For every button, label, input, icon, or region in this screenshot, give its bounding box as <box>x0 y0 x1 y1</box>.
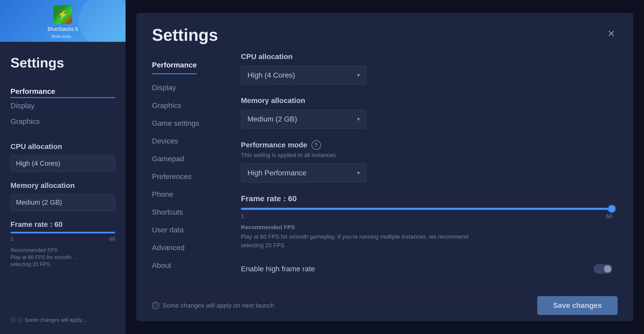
dialog-nav-gamepad[interactable]: Gamepad <box>152 151 225 167</box>
dialog-overlay: Settings ✕ Performance Display Graphics … <box>126 0 644 334</box>
cpu-allocation-section: CPU allocation High (4 Cores) ▾ <box>241 53 612 85</box>
performance-mode-label: Performance mode ? <box>241 140 612 150</box>
close-button[interactable]: ✕ <box>605 27 618 40</box>
dialog-nav-advanced[interactable]: Advanced <box>152 239 225 256</box>
left-bottom-note: ⓘ ⓘ Some changes will apply... <box>10 316 86 324</box>
slider-fill <box>241 208 612 210</box>
cpu-allocation-label: CPU allocation <box>241 53 612 61</box>
cpu-allocation-value: High (4 Cores) <box>247 71 295 79</box>
enable-hfr-row: Enable high frame rate <box>241 259 612 274</box>
dialog-title: Settings <box>152 25 218 45</box>
app-name: BlueStacks 5 <box>48 26 78 32</box>
footer-note-text: Some changes will apply on next launch <box>162 302 274 309</box>
performance-mode-dropdown[interactable]: High Performance ▾ <box>241 163 366 183</box>
dialog-nav-preferences[interactable]: Preferences <box>152 168 225 185</box>
memory-allocation-dropdown[interactable]: Medium (2 GB) ▾ <box>241 110 366 129</box>
left-slider-track[interactable] <box>10 232 115 233</box>
rec-fps-text: Play at 60 FPS for smooth gameplay. If y… <box>241 232 612 241</box>
app-icon-inner: ⚡ <box>53 5 72 24</box>
left-settings-panel: Settings Performance Display Graphics CP… <box>0 42 126 334</box>
left-slider-labels: 1 60 <box>10 236 115 242</box>
slider-min-label: 1 <box>241 213 244 220</box>
left-nav-graphics[interactable]: Graphics <box>10 114 115 129</box>
left-slider-max: 60 <box>109 236 115 242</box>
frame-rate-section: Frame rate : 60 1 60 Recommended FPS <box>241 194 612 274</box>
left-cpu-dropdown[interactable]: High (4 Cores) <box>10 155 115 172</box>
app-icon: ⚡ <box>53 5 72 24</box>
left-settings-title: Settings <box>10 55 115 71</box>
dialog-nav-display[interactable]: Display <box>152 79 225 96</box>
rec-fps-area: Recommended FPS Play at 60 FPS for smoot… <box>241 224 612 250</box>
dialog-nav-graphics[interactable]: Graphics <box>152 97 225 114</box>
dialog-nav-about[interactable]: About <box>152 257 225 274</box>
frame-rate-label: Frame rate : 60 <box>241 194 612 203</box>
performance-mode-help-icon[interactable]: ? <box>312 140 321 150</box>
frame-rate-slider[interactable] <box>241 208 612 210</box>
left-background: ⚡ BlueStacks 5 Multi-Insta... Settings P… <box>0 0 126 334</box>
dialog-nav-game-settings[interactable]: Game settings <box>152 115 225 132</box>
dialog-nav-user-data[interactable]: User data <box>152 222 225 238</box>
left-content: CPU allocation High (4 Cores) Memory all… <box>10 142 115 267</box>
footer-info-icon: ⓘ <box>152 302 159 309</box>
dialog-nav-devices[interactable]: Devices <box>152 133 225 149</box>
left-nav-display[interactable]: Display <box>10 98 115 114</box>
dialog-body: Performance Display Graphics Game settin… <box>136 50 633 290</box>
enable-hfr-label: Enable high frame rate <box>241 265 315 273</box>
footer-note: ⓘ Some changes will apply on next launch <box>152 302 274 309</box>
performance-mode-label-text: Performance mode <box>241 141 307 149</box>
cpu-dropdown-arrow: ▾ <box>357 72 360 79</box>
left-slider-min: 1 <box>10 236 13 242</box>
memory-allocation-value: Medium (2 GB) <box>247 115 297 123</box>
left-rec-fps-text2: selecting 20 FPS. <box>10 261 115 267</box>
memory-allocation-label: Memory allocation <box>241 96 612 105</box>
app-subtitle: Multi-Insta... <box>51 34 74 39</box>
dialog-main-content: CPU allocation High (4 Cores) ▾ Memory a… <box>241 50 618 290</box>
memory-allocation-section: Memory allocation Medium (2 GB) ▾ <box>241 96 612 129</box>
dialog-footer: ⓘ Some changes will apply on next launch… <box>136 290 633 321</box>
cpu-allocation-dropdown[interactable]: High (4 Cores) ▾ <box>241 66 366 85</box>
info-icon-left: ⓘ <box>10 316 16 324</box>
left-rec-fps: Recommended FPS Play at 60 FPS for smoot… <box>10 247 115 267</box>
performance-mode-section: Performance mode ? This setting is appli… <box>241 140 612 183</box>
app-icon-area: ⚡ BlueStacks 5 Multi-Insta... <box>48 5 78 39</box>
enable-hfr-toggle[interactable] <box>594 264 612 274</box>
rec-fps-text2: selecting 20 FPS. <box>241 241 612 250</box>
dialog-nav-shortcuts[interactable]: Shortcuts <box>152 204 225 221</box>
dialog-header: Settings ✕ <box>136 13 633 50</box>
memory-dropdown-arrow: ▾ <box>357 116 360 123</box>
slider-thumb <box>608 205 615 212</box>
rec-fps-title: Recommended FPS <box>241 224 612 231</box>
performance-mode-value: High Performance <box>247 169 307 177</box>
left-cpu-label: CPU allocation <box>10 142 115 151</box>
slider-labels: 1 60 <box>241 213 612 220</box>
left-frame-rate-label: Frame rate : 60 <box>10 220 115 229</box>
app-header-bg: ⚡ BlueStacks 5 Multi-Insta... <box>0 0 126 42</box>
left-memory-dropdown[interactable]: Medium (2 GB) <box>10 194 115 211</box>
performance-dropdown-arrow: ▾ <box>357 170 360 176</box>
performance-mode-sub: This setting is applied to all instances… <box>241 152 612 159</box>
slider-max-label: 60 <box>606 213 612 220</box>
left-note-text: ⓘ Some changes will apply... <box>18 316 86 324</box>
save-changes-button[interactable]: Save changes <box>537 296 618 315</box>
left-rec-fps-title: Recommended FPS <box>10 247 115 253</box>
settings-dialog: Settings ✕ Performance Display Graphics … <box>136 13 633 321</box>
toggle-thumb <box>604 265 611 273</box>
slider-track <box>241 208 612 210</box>
left-slider-fill <box>10 232 115 233</box>
dialog-nav-phone[interactable]: Phone <box>152 186 225 203</box>
dialog-nav-performance-label: Performance <box>152 57 197 74</box>
help-icon-text: ? <box>315 142 318 148</box>
dialog-nav-performance[interactable]: Performance <box>152 53 225 78</box>
left-rec-fps-text: Play at 60 FPS for smooth ... <box>10 254 115 260</box>
dialog-nav: Performance Display Graphics Game settin… <box>152 50 225 290</box>
left-nav-performance[interactable]: Performance <box>10 84 115 98</box>
left-memory-label: Memory allocation <box>10 181 115 190</box>
